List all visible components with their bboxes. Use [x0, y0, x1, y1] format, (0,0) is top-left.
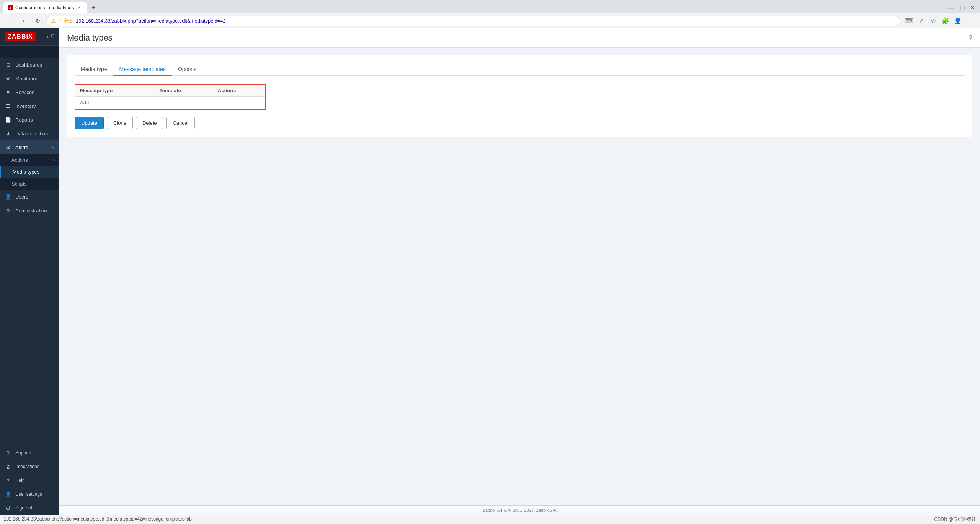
cancel-button[interactable]: Cancel — [166, 117, 194, 129]
menu-button[interactable]: ⋮ — [965, 15, 975, 26]
sidebar-bottom: ? Support Z Integrations ? Help 👤 User s… — [0, 446, 59, 515]
back-button[interactable]: ‹ — [5, 15, 15, 26]
app-wrapper: ZABBIX « ⊡ 🔍 ⊞ Dashboards › 👁 Monitoring… — [0, 28, 980, 515]
close-button[interactable]: × — [968, 4, 977, 12]
toolbar-actions: ⌨ ↗ ☆ 🧩 👤 ⋮ — [903, 15, 975, 26]
sidebar-header: ZABBIX « ⊡ — [0, 28, 59, 46]
monitoring-icon: 👁 — [5, 75, 11, 82]
sidebar-toggle-button[interactable]: « ⊡ — [47, 33, 55, 40]
sidebar-label-administration: Administration — [15, 208, 49, 213]
sidebar-label-user-settings: User settings — [15, 491, 49, 497]
sidebar-item-integrations[interactable]: Z Integrations — [0, 460, 59, 474]
profile-button[interactable]: 👤 — [952, 15, 963, 26]
security-icon: ⚠ — [51, 18, 56, 24]
sidebar-item-monitoring[interactable]: 👁 Monitoring › — [0, 72, 59, 85]
action-buttons: Update Clone Delete Cancel — [75, 117, 965, 129]
delete-button[interactable]: Delete — [136, 117, 163, 129]
status-right: CSDN @五维路很让 — [934, 516, 976, 523]
inventory-icon: ☰ — [5, 103, 11, 109]
services-icon: ≡ — [5, 89, 11, 96]
address-bar[interactable]: ⚠ 不安全 192.168.234.33/zabbix.php?action=m… — [46, 16, 900, 26]
sidebar-item-user-settings[interactable]: 👤 User settings › — [0, 487, 59, 501]
refresh-button[interactable]: ↻ — [32, 15, 43, 26]
sidebar-item-scripts[interactable]: Scripts — [0, 178, 59, 190]
sidebar-label-data-collection: Data collection — [15, 131, 49, 137]
help-icon: ? — [5, 477, 11, 484]
col-header-message-type: Message type — [75, 85, 155, 97]
administration-icon: ⚙ — [5, 207, 11, 214]
integrations-icon: Z — [5, 463, 11, 470]
sidebar-item-actions[interactable]: Actions › — [0, 154, 59, 166]
sidebar-item-administration[interactable]: ⚙ Administration › — [0, 203, 59, 217]
bookmark-button[interactable]: ☆ — [928, 15, 939, 26]
tab-favicon: Z — [8, 5, 13, 10]
minimize-button[interactable]: — — [945, 4, 957, 12]
administration-chevron: › — [53, 208, 55, 213]
dashboards-chevron: › — [53, 62, 55, 67]
sidebar-label-scripts: Scripts — [11, 181, 27, 187]
sidebar: ZABBIX « ⊡ 🔍 ⊞ Dashboards › 👁 Monitoring… — [0, 28, 59, 515]
sidebar-item-support[interactable]: ? Support — [0, 446, 59, 460]
titlebar: Z Configuration of media types × + — □ × — [0, 0, 980, 13]
sidebar-item-dashboards[interactable]: ⊞ Dashboards › — [0, 58, 59, 72]
forward-button[interactable]: › — [18, 15, 29, 26]
services-chevron: › — [53, 90, 55, 94]
alerts-icon: ✉ — [5, 144, 11, 151]
tab-message-templates[interactable]: Message templates — [113, 63, 172, 76]
alerts-chevron: ∨ — [52, 145, 55, 150]
zabbix-logo: ZABBIX — [5, 32, 36, 41]
maximize-button[interactable]: □ — [958, 4, 967, 12]
sidebar-label-help: Help — [15, 478, 55, 483]
sidebar-label-services: Services — [15, 90, 49, 95]
sidebar-item-data-collection[interactable]: ⬇ Data collection › — [0, 127, 59, 140]
translate-button[interactable]: ⌨ — [903, 15, 914, 26]
active-tab[interactable]: Z Configuration of media types × — [3, 2, 87, 13]
extensions-button[interactable]: 🧩 — [940, 15, 951, 26]
update-button[interactable]: Update — [75, 117, 104, 129]
reports-chevron: › — [53, 117, 55, 122]
footer-text: Zabbix 6.4.6. © 2001–2023, Zabbix SIA — [483, 508, 557, 513]
tab-bar-page: Media type Message templates Options — [75, 63, 965, 76]
url-display: 192.168.234.33/zabbix.php?action=mediaty… — [76, 18, 895, 24]
browser-chrome: Z Configuration of media types × + — □ ×… — [0, 0, 980, 28]
content-area: Media type Message templates Options Mes… — [59, 48, 980, 505]
sidebar-label-alerts: Alerts — [15, 145, 48, 150]
tab-media-type[interactable]: Media type — [75, 63, 113, 76]
sidebar-item-inventory[interactable]: ☰ Inventory › — [0, 99, 59, 113]
actions-chevron: › — [53, 157, 55, 163]
tab-options[interactable]: Options — [172, 63, 203, 76]
new-tab-button[interactable]: + — [88, 2, 99, 13]
tab-bar: Z Configuration of media types × + — [3, 2, 944, 13]
add-link[interactable]: Add — [80, 100, 89, 106]
main-card: Media type Message templates Options Mes… — [67, 55, 972, 137]
search-input[interactable] — [4, 49, 59, 54]
browser-toolbar: ‹ › ↻ ⚠ 不安全 192.168.234.33/zabbix.php?ac… — [0, 13, 980, 28]
status-bar: 192.168.234.33/zabbix.php?action=mediaty… — [0, 515, 980, 524]
sidebar-item-users[interactable]: 👤 Users › — [0, 190, 59, 203]
sidebar-label-reports: Reports — [15, 117, 49, 123]
sidebar-item-services[interactable]: ≡ Services › — [0, 85, 59, 99]
sidebar-item-reports[interactable]: 📄 Reports › — [0, 113, 59, 127]
share-button[interactable]: ↗ — [916, 15, 926, 26]
sidebar-label-inventory: Inventory — [15, 103, 49, 109]
page-header: Media types ? — [59, 28, 980, 48]
support-icon: ? — [5, 449, 11, 456]
help-icon-page[interactable]: ? — [969, 34, 972, 42]
sidebar-item-media-types[interactable]: Media types — [0, 166, 59, 178]
col-header-template: Template — [155, 85, 213, 97]
sidebar-label-media-types: Media types — [13, 169, 39, 175]
sidebar-label-users: Users — [15, 194, 49, 200]
sidebar-item-help[interactable]: ? Help — [0, 474, 59, 487]
dashboards-icon: ⊞ — [5, 61, 11, 68]
sidebar-item-alerts[interactable]: ✉ Alerts ∨ — [0, 140, 59, 154]
message-templates-table-wrapper: Message type Template Actions Add — [75, 84, 266, 110]
sidebar-label-dashboards: Dashboards — [15, 62, 49, 68]
sidebar-item-sign-out[interactable]: ⏻ Sign out — [0, 501, 59, 515]
window-controls: — □ × — [945, 4, 977, 12]
clone-button[interactable]: Clone — [107, 117, 133, 129]
page-footer: Zabbix 6.4.6. © 2001–2023, Zabbix SIA — [59, 505, 980, 515]
close-tab-button[interactable]: × — [76, 5, 82, 11]
reports-icon: 📄 — [5, 116, 11, 123]
users-icon: 👤 — [5, 193, 11, 200]
col-header-actions: Actions — [213, 85, 265, 97]
